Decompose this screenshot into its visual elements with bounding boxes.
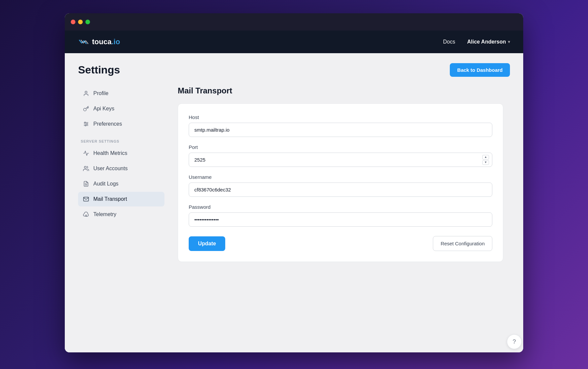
sidebar-item-label: Api Keys [93,106,114,112]
svg-point-6 [87,124,88,125]
sidebar-item-label: User Accounts [93,166,128,172]
page-title: Settings [78,64,120,76]
port-input[interactable] [189,153,492,167]
navbar-right: Docs Alice Anderson ▾ [443,39,510,45]
username-label: Username [189,174,492,180]
svg-point-7 [85,125,86,126]
password-label: Password [189,204,492,210]
content-panel: Mail Transport Host Port ▲ [171,86,510,342]
user-icon [83,90,89,97]
user-name: Alice Anderson [467,39,506,45]
main-content: Settings Back to Dashboard Profile [65,53,523,352]
username-input[interactable] [189,183,492,197]
sidebar: Profile Api Keys [78,86,171,342]
sidebar-item-profile[interactable]: Profile [78,86,164,101]
maximize-button[interactable] [85,20,90,24]
sliders-icon [83,121,89,127]
username-field-group: Username [189,174,492,197]
activity-icon [83,150,89,157]
svg-point-5 [85,122,86,123]
brand-io: .io [112,38,120,46]
sidebar-item-health-metrics[interactable]: Health Metrics [78,146,164,161]
svg-point-0 [85,91,87,93]
host-field-group: Host [189,114,492,137]
port-label: Port [189,144,492,150]
sidebar-item-label: Telemetry [93,211,116,217]
sidebar-item-mail-transport[interactable]: Mail Transport [78,192,164,206]
sidebar-item-user-accounts[interactable]: User Accounts [78,161,164,176]
key-icon [83,105,89,112]
server-settings-label: SERVER SETTINGS [78,139,164,143]
mail-transport-form: Host Port ▲ ▼ [178,103,503,262]
navbar: touca.io Docs Alice Anderson ▾ [65,31,523,53]
sidebar-item-audit-logs[interactable]: Audit Logs [78,177,164,191]
sidebar-item-label: Mail Transport [93,196,127,202]
sidebar-item-label: Audit Logs [93,181,119,187]
host-input[interactable] [189,123,492,137]
logo-icon [78,38,89,46]
sidebar-item-label: Profile [93,90,108,96]
settings-body: Profile Api Keys [78,86,510,342]
port-field-group: Port ▲ ▼ [189,144,492,167]
host-label: Host [189,114,492,120]
mail-icon [83,196,89,202]
port-increment-button[interactable]: ▲ [482,155,489,160]
panel-title: Mail Transport [178,86,503,95]
cloud-icon [83,211,89,218]
titlebar [65,13,523,31]
update-button[interactable]: Update [189,236,225,251]
sidebar-item-preferences[interactable]: Preferences [78,117,164,131]
settings-header: Settings Back to Dashboard [78,63,510,77]
form-actions: Update Reset Configuration [189,236,492,251]
brand-text: touca.io [92,38,120,46]
brand-touca: touca [92,38,112,46]
minimize-button[interactable] [78,20,83,24]
users-icon [83,165,89,172]
sidebar-item-label: Preferences [93,121,122,127]
help-button[interactable]: ? [507,334,522,349]
password-input[interactable] [189,212,492,227]
brand-logo[interactable]: touca.io [78,38,120,46]
port-spinners: ▲ ▼ [482,155,489,165]
app-window: touca.io Docs Alice Anderson ▾ Settings … [65,13,523,352]
sidebar-item-label: Health Metrics [93,150,127,156]
docs-link[interactable]: Docs [443,39,455,45]
back-to-dashboard-button[interactable]: Back to Dashboard [450,63,510,77]
user-menu[interactable]: Alice Anderson ▾ [467,39,510,45]
svg-point-8 [84,166,86,168]
chevron-down-icon: ▾ [508,40,510,44]
port-input-wrapper: ▲ ▼ [189,153,492,167]
sidebar-item-api-keys[interactable]: Api Keys [78,101,164,116]
file-text-icon [83,181,89,187]
reset-configuration-button[interactable]: Reset Configuration [433,236,492,251]
sidebar-item-telemetry[interactable]: Telemetry [78,207,164,222]
close-button[interactable] [71,20,75,24]
port-decrement-button[interactable]: ▼ [482,160,489,165]
password-field-group: Password [189,204,492,227]
